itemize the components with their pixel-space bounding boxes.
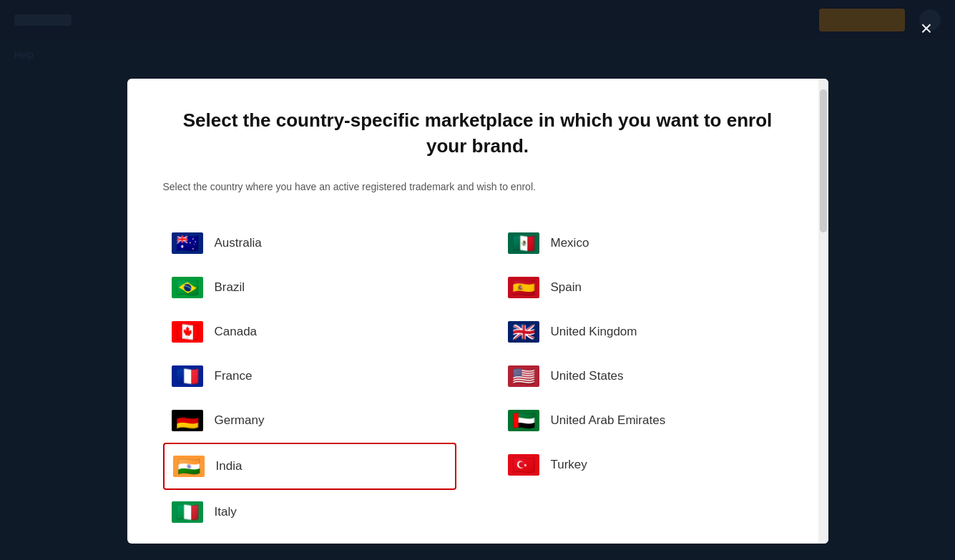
country-left-col: Australia Brazil Canada France <box>163 221 456 534</box>
country-item-ae[interactable]: United Arab Emirates <box>499 398 793 443</box>
country-name-es: Spain <box>551 280 582 295</box>
flag-ae-icon <box>508 410 539 431</box>
scrollbar-thumb[interactable] <box>820 89 827 232</box>
close-button[interactable]: × <box>914 16 939 41</box>
country-item-es[interactable]: Spain <box>499 265 793 310</box>
flag-us-icon <box>508 365 539 387</box>
flag-mx-icon <box>508 232 539 254</box>
country-name-ae: United Arab Emirates <box>551 413 666 428</box>
country-grid: Australia Brazil Canada France <box>163 221 793 534</box>
modal: Select the country-specific marketplace … <box>127 79 828 544</box>
flag-br-icon <box>172 277 203 298</box>
modal-title: Select the country-specific marketplace … <box>163 107 793 159</box>
scrollbar-track <box>818 79 828 544</box>
flag-au-icon <box>172 232 203 254</box>
flag-in-icon <box>173 456 205 477</box>
country-name-de: Germany <box>215 413 265 428</box>
country-name-mx: Mexico <box>551 236 589 250</box>
country-name-in: India <box>216 459 243 473</box>
country-name-fr: France <box>215 369 253 383</box>
country-item-us[interactable]: United States <box>499 354 793 398</box>
flag-de-icon <box>172 410 203 431</box>
country-item-ca[interactable]: Canada <box>163 310 456 354</box>
country-right-col: Mexico Spain United Kingdom United State… <box>499 221 793 534</box>
country-item-gb[interactable]: United Kingdom <box>499 310 793 354</box>
country-item-in[interactable]: India <box>163 443 456 490</box>
country-name-tr: Turkey <box>551 458 587 472</box>
modal-overlay: Select the country-specific marketplace … <box>0 0 955 560</box>
country-item-mx[interactable]: Mexico <box>499 221 793 265</box>
country-name-au: Australia <box>215 236 262 250</box>
country-name-it: Italy <box>215 505 237 519</box>
country-item-tr[interactable]: Turkey <box>499 443 793 487</box>
country-item-fr[interactable]: France <box>163 354 456 398</box>
flag-es-icon <box>508 277 539 298</box>
modal-subtitle: Select the country where you have an act… <box>163 181 793 192</box>
country-name-us: United States <box>551 369 624 383</box>
country-item-it[interactable]: Italy <box>163 490 456 534</box>
country-item-au[interactable]: Australia <box>163 221 456 265</box>
modal-scroll-container[interactable]: Select the country-specific marketplace … <box>127 79 828 544</box>
country-name-gb: United Kingdom <box>551 325 637 339</box>
flag-ca-icon <box>172 321 203 343</box>
flag-it-icon <box>172 501 203 523</box>
country-item-br[interactable]: Brazil <box>163 265 456 310</box>
flag-tr-icon <box>508 454 539 476</box>
flag-fr-icon <box>172 365 203 387</box>
flag-gb-icon <box>508 321 539 343</box>
country-name-ca: Canada <box>215 325 258 339</box>
country-name-br: Brazil <box>215 280 245 295</box>
country-item-de[interactable]: Germany <box>163 398 456 443</box>
